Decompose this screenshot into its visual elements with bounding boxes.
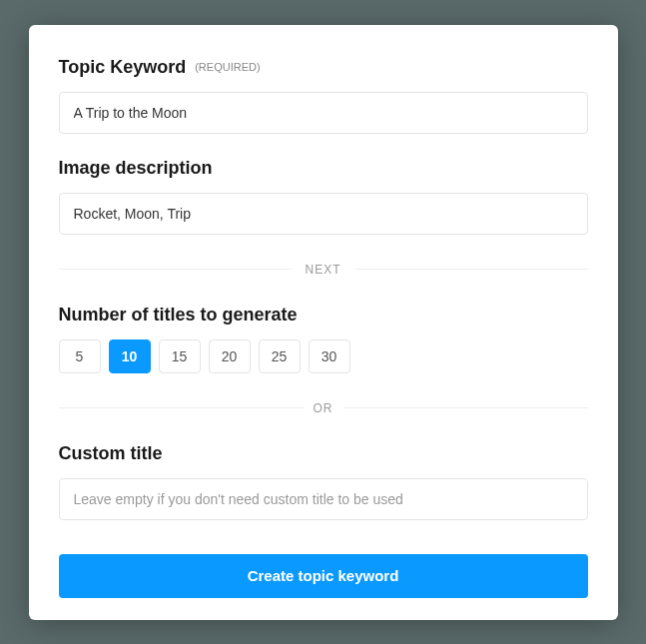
divider-next-text: NEXT bbox=[292, 263, 355, 277]
topic-keyword-label-text: Topic Keyword bbox=[59, 57, 187, 77]
num-titles-option-20[interactable]: 20 bbox=[209, 339, 251, 373]
num-titles-block: Number of titles to generate 51015202530 bbox=[59, 305, 588, 373]
num-titles-options: 51015202530 bbox=[59, 339, 588, 373]
divider-next: NEXT bbox=[59, 263, 588, 277]
image-description-block: Image description bbox=[59, 158, 588, 235]
custom-title-input[interactable] bbox=[59, 478, 588, 520]
num-titles-label: Number of titles to generate bbox=[59, 305, 588, 325]
topic-keyword-block: Topic Keyword (REQUIRED) bbox=[59, 57, 588, 134]
divider-or: OR bbox=[59, 401, 588, 415]
image-description-input[interactable] bbox=[59, 193, 588, 235]
num-titles-option-15[interactable]: 15 bbox=[159, 339, 201, 373]
create-topic-keyword-button[interactable]: Create topic keyword bbox=[59, 554, 588, 598]
form-card: Topic Keyword (REQUIRED) Image descripti… bbox=[29, 25, 618, 620]
custom-title-block: Custom title bbox=[59, 443, 588, 520]
custom-title-label: Custom title bbox=[59, 443, 588, 464]
image-description-label: Image description bbox=[59, 158, 588, 179]
required-tag: (REQUIRED) bbox=[195, 61, 260, 73]
num-titles-option-30[interactable]: 30 bbox=[309, 339, 350, 373]
topic-keyword-input[interactable] bbox=[59, 92, 588, 134]
divider-or-text: OR bbox=[304, 401, 343, 415]
num-titles-option-10[interactable]: 10 bbox=[109, 339, 151, 373]
num-titles-option-25[interactable]: 25 bbox=[259, 339, 301, 373]
topic-keyword-label: Topic Keyword (REQUIRED) bbox=[59, 57, 588, 78]
num-titles-option-5[interactable]: 5 bbox=[59, 339, 101, 373]
